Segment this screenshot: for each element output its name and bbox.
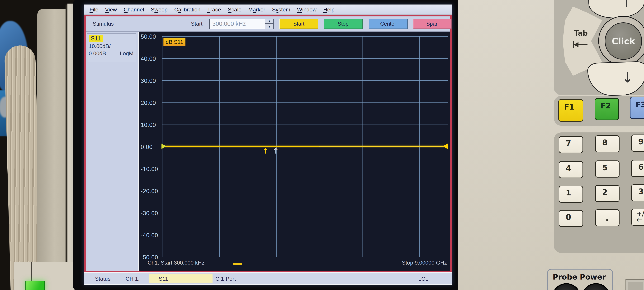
down-arrow-icon: ↓ [622, 70, 633, 86]
y-tick-label: -20.00 [141, 188, 162, 195]
reference-level-marker-left [162, 144, 166, 149]
key-2[interactable]: 2 [595, 185, 620, 202]
trace-color-key [233, 263, 242, 265]
x-stop-label: Stop 9.00000 GHz [402, 259, 447, 266]
panel-seam [66, 5, 68, 290]
spinner-up-button[interactable]: ▲ [265, 19, 274, 24]
tab-back-arrow-icon [573, 41, 588, 48]
backspace-arrow-icon: ← [636, 216, 642, 223]
click-knob[interactable]: Click [605, 23, 642, 60]
start-field-label: Start [191, 21, 202, 27]
reference-level-marker-right [443, 144, 448, 149]
span-button[interactable]: Span [413, 19, 452, 29]
menu-sweep[interactable]: Sweep [151, 7, 168, 13]
menu-calibration[interactable]: Calibration [174, 7, 200, 13]
menu-system[interactable]: System [272, 7, 290, 13]
key-1[interactable]: 1 [559, 186, 583, 203]
stimulus-toolbar: Stimulus Start 300.000 kHz ▲ ▼ Start Sto… [86, 17, 450, 32]
channel-label: CH 1: [126, 276, 140, 282]
y-tick-label: 50.00 [141, 33, 162, 40]
click-knob-label: Click [612, 36, 635, 46]
trace-format-badge: dB S11 [164, 38, 186, 46]
vna-screen: File View Channel Sweep Calibration Trac… [84, 5, 452, 285]
measurement-plot: 50.00 40.00 30.00 20.00 10.00 0.00 -10.0… [139, 32, 450, 271]
key-6[interactable]: 6 [631, 160, 644, 177]
trace-sidebar: S11 10.00dB/ 0.00dB LogM [86, 32, 138, 271]
instrument-side-panel [37, 9, 66, 290]
stimulus-marker-icon: ↑ [273, 147, 279, 155]
status-trace-field: S11 [150, 273, 212, 283]
y-tick-label: -30.00 [141, 210, 162, 217]
start-button[interactable]: Start [279, 19, 318, 29]
memory-trace-overlay [319, 146, 446, 146]
trace-name-badge: S11 [89, 35, 103, 42]
menu-help[interactable]: Help [323, 7, 334, 13]
frequency-spinner: ▲ ▼ [265, 19, 274, 29]
stimulus-label: Stimulus [93, 21, 114, 27]
key-5[interactable]: 5 [595, 160, 620, 178]
trace-ref-value: 0.00dB [89, 50, 106, 57]
f1-key[interactable]: F1 [558, 99, 583, 122]
start-frequency-input[interactable]: 300.000 kHz [209, 19, 268, 29]
menu-view[interactable]: View [105, 7, 117, 13]
lcl-indicator: LCL [418, 276, 428, 282]
key-7[interactable]: 7 [559, 136, 583, 153]
key-0[interactable]: 0 [559, 210, 583, 227]
menu-trace[interactable]: Trace [207, 7, 221, 13]
channel-window-frame: Stimulus Start 300.000 kHz ▲ ▼ Start Sto… [84, 15, 452, 272]
x-start-label: Ch1: Start 300.000 kHz [148, 259, 204, 266]
f2-key[interactable]: F2 [595, 98, 619, 120]
trace-ref-format: 0.00dB LogM [89, 50, 134, 57]
power-button[interactable] [26, 281, 45, 290]
menu-window[interactable]: Window [297, 7, 316, 13]
center-button[interactable]: Center [369, 19, 408, 29]
menu-bar: File View Channel Sweep Calibration Trac… [84, 5, 452, 15]
y-tick-label: -40.00 [141, 232, 162, 239]
menu-channel[interactable]: Channel [124, 7, 144, 13]
y-tick-label: 30.00 [141, 78, 162, 84]
status-trace-value: S11 [159, 276, 168, 282]
probe-power-label: Probe Power [547, 272, 612, 281]
y-tick-label: 40.00 [141, 55, 162, 62]
tab-key-label: Tab [574, 29, 588, 37]
status-bar: Status CH 1: S11 C 1-Port LCL [84, 273, 452, 284]
key-3[interactable]: 3 [631, 184, 644, 201]
ribbed-hose [4, 45, 42, 290]
stop-button[interactable]: Stop [324, 19, 362, 29]
y-tick-label: -10.00 [141, 166, 162, 173]
menu-marker[interactable]: Marker [248, 7, 265, 13]
y-tick-label: 0.00 [141, 144, 162, 150]
key-plus-minus[interactable]: +/- ← [631, 209, 644, 226]
trace-properties-panel[interactable]: S11 10.00dB/ 0.00dB LogM [87, 34, 136, 62]
bottom-left-seam [31, 262, 32, 281]
key-8[interactable]: 8 [595, 135, 620, 152]
menu-scale[interactable]: Scale [228, 7, 242, 13]
y-tick-label: 10.00 [141, 122, 162, 128]
stimulus-marker-icon: ↑ [262, 147, 269, 155]
menu-file[interactable]: File [90, 7, 98, 13]
key-decimal[interactable]: . [595, 209, 620, 226]
trace-format: LogM [120, 50, 134, 57]
up-arrow-icon [626, 0, 627, 8]
front-panel-seam [530, 0, 530, 290]
bottom-right-recess [626, 279, 644, 290]
key-4[interactable]: 4 [559, 161, 583, 178]
status-label: Status [95, 276, 110, 282]
calibration-status: C 1-Port [216, 276, 236, 282]
key-9[interactable]: 9 [631, 135, 644, 152]
y-tick-label: 20.00 [141, 100, 162, 106]
trace-scale: 10.00dB/ [89, 43, 134, 49]
spinner-down-button[interactable]: ▼ [265, 24, 274, 29]
f3-key[interactable]: F3 [630, 97, 644, 119]
